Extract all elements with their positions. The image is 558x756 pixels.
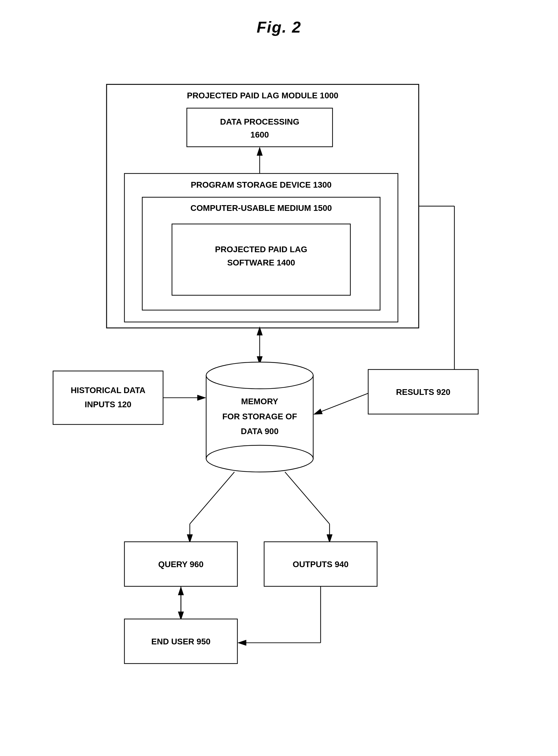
diagram-container: PROJECTED PAID LAG MODULE 1000 DATA PROC… bbox=[36, 78, 522, 732]
end-user-label: END USER 950 bbox=[151, 637, 210, 646]
projected-paid-lag-module-label: PROJECTED PAID LAG MODULE 1000 bbox=[187, 91, 338, 100]
historical-data-inputs-box bbox=[53, 371, 163, 425]
computer-usable-medium-label: COMPUTER-USABLE MEDIUM 1500 bbox=[191, 203, 332, 213]
outputs-label: OUTPUTS 940 bbox=[293, 560, 349, 569]
results-label: RESULTS 920 bbox=[396, 387, 450, 397]
svg-line-10 bbox=[285, 472, 330, 524]
memory-label-2: FOR STORAGE OF bbox=[222, 412, 297, 421]
historical-data-inputs-label-2: INPUTS 120 bbox=[85, 400, 132, 409]
data-processing-box bbox=[187, 108, 332, 146]
memory-cylinder-top bbox=[206, 362, 313, 389]
memory-label-3: DATA 900 bbox=[240, 427, 278, 436]
page-title: Fig. 2 bbox=[0, 18, 558, 36]
data-processing-label-2: 1600 bbox=[250, 130, 269, 139]
svg-line-8 bbox=[190, 472, 235, 524]
historical-data-inputs-label-1: HISTORICAL DATA bbox=[71, 385, 146, 395]
svg-line-6 bbox=[314, 394, 368, 414]
projected-paid-lag-software-label-1: PROJECTED PAID LAG bbox=[215, 245, 307, 254]
data-processing-label-1: DATA PROCESSING bbox=[220, 117, 300, 127]
memory-label-1: MEMORY bbox=[241, 397, 278, 406]
memory-cylinder-bottom bbox=[206, 445, 313, 472]
query-label: QUERY 960 bbox=[158, 560, 204, 569]
program-storage-device-label: PROGRAM STORAGE DEVICE 1300 bbox=[191, 180, 332, 189]
projected-paid-lag-software-label-2: SOFTWARE 1400 bbox=[227, 258, 295, 267]
